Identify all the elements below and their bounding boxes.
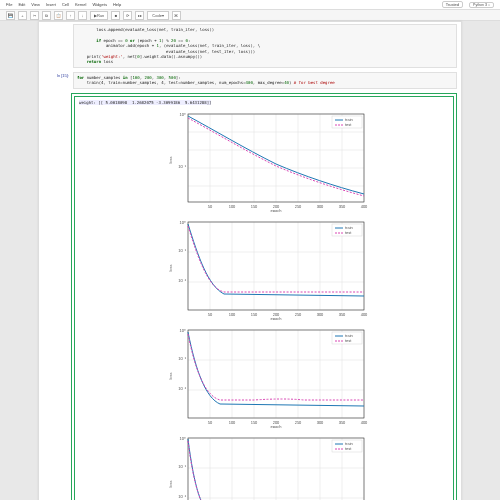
code-text-2: for number_samples in [100, 200, 300, 50…	[73, 72, 457, 89]
svg-text:350: 350	[339, 312, 346, 317]
restart-icon[interactable]: ⟳	[123, 11, 132, 20]
notebook-body: loss.append(evaluate_loss(net, train_ite…	[38, 21, 462, 500]
svg-text:test: test	[345, 338, 352, 343]
svg-text:10⁻¹: 10⁻¹	[178, 164, 186, 169]
command-palette-icon[interactable]: ⌘	[172, 11, 181, 20]
svg-text:100: 100	[229, 204, 236, 209]
run-button[interactable]: ▶ Run	[90, 11, 108, 20]
svg-text:150: 150	[251, 204, 258, 209]
run-label: Run	[97, 13, 104, 18]
svg-text:350: 350	[339, 204, 346, 209]
svg-text:epoch: epoch	[271, 316, 282, 320]
svg-text:loss: loss	[168, 480, 173, 487]
svg-text:300: 300	[317, 312, 324, 317]
svg-text:10⁻¹: 10⁻¹	[178, 356, 186, 361]
svg-text:loss: loss	[168, 156, 173, 163]
copy-icon[interactable]: ⧉	[42, 11, 51, 20]
svg-text:10⁻¹: 10⁻¹	[178, 464, 186, 469]
code-text: loss.append(evaluate_loss(net, train_ite…	[73, 24, 457, 68]
svg-text:300: 300	[317, 420, 324, 425]
svg-text:400: 400	[361, 204, 368, 209]
menu-view[interactable]: View	[31, 2, 40, 7]
menu-insert[interactable]: Insert	[46, 2, 56, 7]
svg-text:10⁰: 10⁰	[180, 112, 186, 117]
cut-icon[interactable]: ✂	[30, 11, 39, 20]
svg-text:epoch: epoch	[271, 424, 282, 428]
svg-text:150: 150	[251, 312, 258, 317]
menu-help[interactable]: Help	[113, 2, 121, 7]
menu-edit[interactable]: Edit	[18, 2, 25, 7]
svg-text:100: 100	[229, 312, 236, 317]
menubar: File Edit View Insert Cell Kernel Widget…	[0, 0, 500, 10]
menu-kernel[interactable]: Kernel	[75, 2, 87, 7]
chart-1: 10⁰10⁻¹10⁻² 50100150200250300350400 loss…	[154, 216, 374, 320]
svg-text:loss: loss	[168, 372, 173, 379]
chart-2: 10⁰10⁻¹10⁻² 50100150200250300350400 loss…	[154, 324, 374, 428]
page-root: File Edit View Insert Cell Kernel Widget…	[0, 0, 500, 500]
svg-text:10⁰: 10⁰	[180, 436, 186, 441]
menu-file[interactable]: File	[6, 2, 12, 7]
svg-text:400: 400	[361, 420, 368, 425]
paste-icon[interactable]: 📋	[54, 11, 63, 20]
celltype-label: Code	[152, 13, 162, 18]
svg-text:test: test	[345, 446, 352, 451]
in-prompt-2: In [15]:	[43, 72, 69, 89]
output-area: weight: [[ 5.0018098 1.2682075 -3.309918…	[71, 93, 457, 500]
celltype-select[interactable]: Code ▾	[147, 11, 169, 20]
svg-text:10⁻¹: 10⁻¹	[178, 248, 186, 253]
code-cell-2[interactable]: In [15]: for number_samples in [100, 200…	[39, 70, 461, 91]
add-cell-icon[interactable]: +	[18, 11, 27, 20]
svg-text:10⁰: 10⁰	[180, 220, 186, 225]
svg-text:300: 300	[317, 204, 324, 209]
chart-0: 10⁰10⁻¹ 50100150200250300350400 loss epo…	[154, 108, 374, 212]
chart-svg: 10⁰10⁻¹ 50100150200250300350400 loss epo…	[154, 108, 374, 212]
menu-widgets[interactable]: Widgets	[92, 2, 106, 7]
svg-text:150: 150	[251, 420, 258, 425]
svg-text:50: 50	[208, 312, 213, 317]
kernel-name[interactable]: Python 3	[473, 3, 487, 7]
svg-text:250: 250	[295, 312, 302, 317]
move-down-icon[interactable]: ↓	[78, 11, 87, 20]
svg-text:100: 100	[229, 420, 236, 425]
svg-text:250: 250	[295, 204, 302, 209]
svg-text:epoch: epoch	[271, 208, 282, 212]
save-icon[interactable]: 💾	[6, 11, 15, 20]
svg-text:50: 50	[208, 204, 213, 209]
toolbar: 💾 + ✂ ⧉ 📋 ↑ ↓ ▶ Run ■ ⟳ ▸▸ Code ▾ ⌘	[0, 10, 500, 21]
chart-3: 10⁰10⁻¹10⁻² 50100150200250300350400 loss…	[154, 432, 374, 500]
in-prompt	[43, 24, 69, 68]
svg-text:test: test	[345, 230, 352, 235]
menu-cell[interactable]: Cell	[62, 2, 69, 7]
svg-text:10⁰: 10⁰	[180, 328, 186, 333]
trusted-label[interactable]: Trusted	[442, 1, 463, 8]
svg-text:10⁻²: 10⁻²	[178, 386, 186, 391]
svg-text:10⁻²: 10⁻²	[178, 494, 186, 499]
code-cell[interactable]: loss.append(evaluate_loss(net, train_ite…	[39, 22, 461, 70]
fastforward-icon[interactable]: ▸▸	[135, 11, 144, 20]
svg-text:350: 350	[339, 420, 346, 425]
svg-text:loss: loss	[168, 264, 173, 271]
svg-text:test: test	[345, 122, 352, 127]
svg-text:250: 250	[295, 420, 302, 425]
svg-text:50: 50	[208, 420, 213, 425]
svg-text:10⁻²: 10⁻²	[178, 278, 186, 283]
svg-text:400: 400	[361, 312, 368, 317]
move-up-icon[interactable]: ↑	[66, 11, 75, 20]
stop-icon[interactable]: ■	[111, 11, 120, 20]
stdout-line: weight: [[ 5.0018098 1.2682075 -3.309918…	[77, 99, 451, 106]
